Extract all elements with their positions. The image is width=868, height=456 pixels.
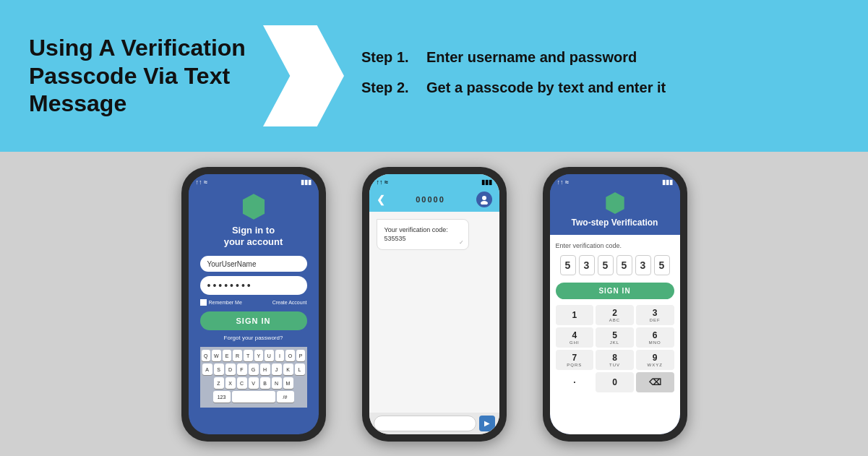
verification-message: Your verification code:535535 (384, 226, 448, 243)
step2-text: Get a passcode by text and enter it (426, 76, 666, 99)
key-s[interactable]: S (214, 363, 224, 375)
key-l[interactable]: L (295, 363, 305, 375)
numpad: 1 2ABC 3DEF 4GHI 5JKL 6MNO 7PQRS 8TUV 9W… (556, 305, 674, 392)
key-x[interactable]: X (225, 377, 236, 389)
key-123[interactable]: 123 (213, 391, 231, 403)
phone1-status-bar: ↑↑ ≈ ▮▮▮ (189, 174, 319, 187)
key-r[interactable]: R (233, 350, 242, 361)
code-digit-5: 3 (635, 255, 651, 275)
keyboard-row-4: 123 /# (202, 391, 306, 403)
phone3-screen: ↑↑ ≈ ▮▮▮ Two-step Verification Enter ver… (550, 174, 680, 434)
send-button[interactable]: ▶ (479, 416, 495, 431)
svg-marker-4 (606, 192, 624, 214)
key-n[interactable]: N (272, 377, 282, 389)
key-w[interactable]: W (212, 350, 221, 361)
verify-label: Enter verification code. (556, 242, 674, 249)
hex-logo2-icon (603, 192, 627, 215)
phone1-body: Sign in toyour account YourUserName ••••… (189, 187, 319, 416)
key-e[interactable]: E (223, 350, 232, 361)
code-digit-3: 5 (598, 255, 614, 275)
numpad-6[interactable]: 6MNO (636, 327, 674, 348)
numpad-1[interactable]: 1 (556, 305, 594, 325)
sign-in-title: Sign in toyour account (224, 225, 283, 249)
checkbox-box[interactable] (200, 299, 207, 306)
phone1-screen: ↑↑ ≈ ▮▮▮ Sign in toyour account YourUser… (189, 174, 319, 434)
message-body: Your verification code:535535 ✓ (369, 212, 499, 413)
key-g[interactable]: G (249, 363, 259, 375)
step1-label: Step 1. (361, 46, 426, 69)
key-y[interactable]: Y (254, 350, 264, 361)
numpad-8[interactable]: 8TUV (596, 350, 634, 370)
keyboard-row-1: Q W E R T Y U I O P (202, 350, 306, 361)
phone3: ↑↑ ≈ ▮▮▮ Two-step Verification Enter ver… (543, 167, 687, 442)
phone3-status-left: ↑↑ ≈ (557, 178, 569, 186)
phone1-status-right: ▮▮▮ (301, 178, 311, 186)
phone3-status-bar: ↑↑ ≈ ▮▮▮ (550, 174, 680, 187)
phone1-status-left: ↑↑ ≈ (196, 178, 207, 186)
message-header: ❮ 00000 (369, 187, 499, 212)
phone2-status-left: ↑↑ ≈ (377, 178, 388, 186)
step2: Step 2. Get a passcode by text and enter… (361, 76, 839, 99)
numpad-4[interactable]: 4GHI (556, 327, 594, 348)
message-input[interactable] (374, 416, 476, 431)
phone2-status-bar: ↑↑ ≈ ▮▮▮ (369, 174, 499, 187)
banner-steps: Step 1. Enter username and password Step… (347, 46, 839, 106)
sign-in-button[interactable]: SIGN IN (200, 311, 307, 330)
phone1: ↑↑ ≈ ▮▮▮ Sign in toyour account YourUser… (181, 167, 326, 442)
numpad-9[interactable]: 9WXYZ (636, 350, 674, 370)
numpad-backspace[interactable]: ⌫ (636, 372, 674, 392)
numpad-7[interactable]: 7PQRS (556, 350, 594, 370)
key-k[interactable]: K (283, 363, 293, 375)
twostep-title: Two-step Verification (572, 218, 658, 228)
key-c[interactable]: C (237, 377, 247, 389)
numpad-3[interactable]: 3DEF (636, 305, 674, 325)
forgot-password-link[interactable]: Forgot your password? (224, 335, 283, 341)
svg-point-2 (482, 196, 486, 200)
twostep-body: Enter verification code. 5 3 5 5 3 5 SIG… (550, 235, 680, 434)
numpad-5[interactable]: 5JKL (596, 327, 634, 348)
bottom-section: ↑↑ ≈ ▮▮▮ Sign in toyour account YourUser… (0, 152, 868, 456)
sign-in-button2[interactable]: SIGN IN (556, 283, 674, 299)
key-b[interactable]: B (260, 377, 270, 389)
key-f[interactable]: F (237, 363, 247, 375)
key-v[interactable]: V (249, 377, 259, 389)
key-h[interactable]: H (260, 363, 270, 375)
svg-marker-1 (242, 194, 264, 219)
numpad-2[interactable]: 2ABC (596, 305, 634, 325)
key-t[interactable]: T (244, 350, 253, 361)
key-o[interactable]: O (285, 350, 295, 361)
back-arrow-icon[interactable]: ❮ (377, 194, 385, 205)
key-j[interactable]: J (272, 363, 282, 375)
contact-avatar (476, 192, 492, 207)
svg-marker-0 (263, 25, 344, 126)
create-account-link[interactable]: Create Account (272, 300, 307, 305)
contact-number: 00000 (390, 195, 472, 204)
key-p[interactable]: P (296, 350, 306, 361)
username-field[interactable]: YourUserName (200, 256, 307, 272)
password-field[interactable]: •••••••• (200, 276, 307, 295)
key-q[interactable]: Q (202, 350, 211, 361)
checkbox-row: Remember Me Create Account (200, 299, 307, 306)
numpad-dot[interactable]: · (556, 372, 594, 392)
key-d[interactable]: D (225, 363, 236, 375)
code-digit-1: 5 (560, 255, 576, 275)
key-hash[interactable]: /# (277, 391, 294, 403)
numpad-0[interactable]: 0 (596, 372, 634, 392)
key-z[interactable]: Z (214, 377, 224, 389)
key-i[interactable]: I (275, 350, 285, 361)
key-space[interactable] (232, 391, 275, 403)
code-display: 5 3 5 5 3 5 (560, 255, 670, 275)
banner-title: Using A Verification Passcode Via Text M… (29, 34, 260, 117)
phone2: ↑↑ ≈ ▮▮▮ ❮ 00000 Your verification code:… (362, 167, 507, 442)
key-u[interactable]: U (265, 350, 274, 361)
remember-me-checkbox[interactable]: Remember Me (200, 299, 242, 306)
step1-text: Enter username and password (426, 46, 637, 69)
hex-logo-icon (240, 193, 267, 220)
key-m[interactable]: M (283, 377, 293, 389)
arrow-icon (260, 25, 347, 126)
keyboard-row-2: A S D F G H J K L (202, 363, 306, 375)
keyboard: Q W E R T Y U I O P A S D (200, 347, 307, 408)
top-banner: Using A Verification Passcode Via Text M… (0, 0, 868, 152)
key-a[interactable]: A (202, 363, 212, 375)
code-digit-4: 5 (616, 255, 632, 275)
